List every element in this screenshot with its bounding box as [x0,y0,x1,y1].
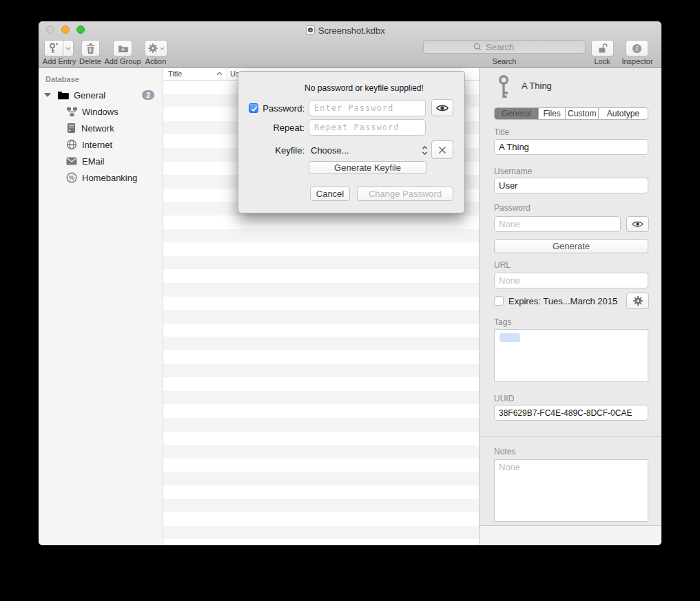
tab-files[interactable]: Files [539,108,566,119]
inspector-tabs: General Files Custom Autotype [494,107,648,120]
add-entry-dropdown-button[interactable] [63,40,74,56]
eye-icon [436,104,449,112]
change-password-dialog: No password or keyfile supplied! Passwor… [238,71,465,213]
cancel-button-label: Cancel [316,189,344,199]
add-group-button[interactable] [113,40,132,56]
sidebar-item-windows[interactable]: Windows [39,103,163,120]
windows-network-icon [66,107,78,117]
expires-checkbox[interactable] [494,296,504,306]
username-field-label: Username [494,167,532,176]
tags-field-label: Tags [494,317,511,327]
dialog-message: No password or keyfile supplied! [238,83,442,93]
document-icon [306,25,315,34]
add-entry-label: Add Entry [40,57,79,65]
tags-box[interactable] [494,329,648,382]
envelope-icon [66,157,77,165]
generate-password-button[interactable]: Generate [494,239,648,253]
unlock-icon [597,43,608,54]
cancel-button[interactable]: Cancel [310,187,350,201]
sidebar-header: Database [45,75,79,83]
uuid-input[interactable] [494,405,648,421]
search-input[interactable] [484,41,608,53]
tab-custom[interactable]: Custom [566,108,599,119]
eye-icon [632,220,644,228]
dialog-show-password-button[interactable] [431,99,453,116]
column-divider[interactable] [227,68,227,81]
trash-icon [86,43,95,54]
sidebar-item-label: Network [81,123,114,134]
sidebar-item-homebanking[interactable]: % Homebanking [39,169,163,186]
expires-label: Expires: Tues...March 2015 [508,296,617,306]
sidebar: Database General 2 Windows Net [39,68,163,545]
change-password-button-label: Change Password [369,189,442,199]
password-input[interactable] [494,216,621,232]
inspector-footer [480,526,661,545]
tag-token[interactable] [500,333,520,342]
dialog-password-label: Password: [238,103,305,114]
generate-keyfile-button[interactable]: Generate Keyfile [309,161,426,174]
window-title: Screenshot.kdbx [318,25,385,36]
titlebar-toolbar: Screenshot.kdbx Add Entry Dele [39,21,661,68]
notes-divider [480,436,661,437]
add-entry-button[interactable] [44,40,63,56]
globe-icon [66,139,77,150]
inspector-button[interactable]: i [626,40,648,56]
search-field[interactable] [423,40,586,54]
tab-autotype[interactable]: Autotype [599,108,648,119]
chevron-down-icon [160,47,165,50]
sidebar-item-internet[interactable]: Internet [39,136,163,153]
username-input[interactable] [494,178,648,193]
inspector-panel: A Thing General Files Custom Autotype Ti… [479,68,661,545]
show-password-button[interactable] [626,216,649,232]
minimize-window-button[interactable] [61,25,70,34]
percent-icon: % [66,172,77,183]
sidebar-item-email[interactable]: EMail [39,153,163,169]
sidebar-group-general[interactable]: General 2 [39,87,163,103]
app-window: Screenshot.kdbx Add Entry Dele [39,21,661,545]
search-label: Search [480,57,529,65]
dialog-repeat-label: Repeat: [238,123,305,133]
entry-title: A Thing [522,81,552,91]
delete-button[interactable] [81,40,100,56]
keyfile-popup-button[interactable]: Choose... [311,142,428,158]
notes-box [494,459,648,522]
gear-icon [633,296,643,306]
folder-plus-icon [118,44,128,53]
sidebar-item-label: Internet [82,140,112,150]
updown-chevrons-icon [422,146,428,155]
dialog-password-input[interactable] [309,100,426,116]
generate-button-label: Generate [553,241,590,251]
password-field-label: Password [494,203,531,213]
sidebar-item-network[interactable]: Network [39,120,163,136]
notes-textarea[interactable] [495,460,648,521]
close-window-button[interactable] [46,25,54,34]
gear-icon [148,43,158,53]
column-header-title[interactable]: Title [168,70,182,78]
sidebar-item-label: Homebanking [82,173,137,183]
url-field-label: URL [494,260,511,270]
chevron-down-icon [65,47,71,50]
group-count-badge: 2 [142,90,154,100]
sidebar-item-label: EMail [82,156,105,167]
svg-text:i: i [636,45,638,52]
inspector-label: Inspector [617,57,657,65]
url-input[interactable] [494,273,648,288]
change-password-button[interactable]: Change Password [357,187,453,201]
clear-keyfile-button[interactable] [431,140,453,159]
title-input[interactable] [494,139,648,155]
action-button[interactable] [145,40,167,56]
expire-presets-button[interactable] [626,293,649,309]
lock-button[interactable] [591,40,614,56]
generate-keyfile-label: Generate Keyfile [334,162,401,173]
svg-text:%: % [69,174,74,181]
zoom-window-button[interactable] [76,25,85,34]
dialog-repeat-input[interactable] [309,119,426,136]
x-icon [438,146,446,154]
delete-label: Delete [76,57,104,65]
uuid-field-label: UUID [494,394,514,403]
tab-general[interactable]: General [495,108,539,119]
sidebar-item-label: Windows [82,107,119,117]
search-icon [473,43,482,51]
disclosure-triangle-icon[interactable] [44,93,51,97]
lock-label: Lock [587,57,617,65]
